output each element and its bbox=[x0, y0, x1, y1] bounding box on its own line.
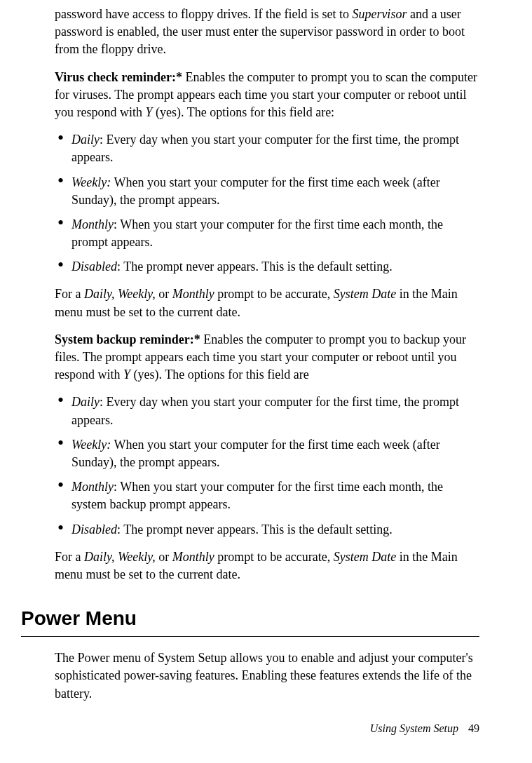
separator: : bbox=[117, 522, 123, 536]
virus-check-paragraph: Virus check reminder:* Enables the compu… bbox=[55, 69, 479, 122]
text-italic: System Date bbox=[334, 550, 396, 564]
text-italic: Y bbox=[123, 367, 130, 382]
footer-page-number: 49 bbox=[468, 722, 479, 734]
text: (yes). The options for this field are bbox=[130, 367, 309, 382]
list-item: Daily: Every day when you start your com… bbox=[55, 131, 479, 166]
text: prompt to be accurate, bbox=[214, 287, 334, 301]
backup-options-list: Daily: Every day when you start your com… bbox=[55, 393, 479, 538]
option-desc: The prompt never appears. This is the de… bbox=[123, 522, 393, 536]
separator: : bbox=[117, 259, 123, 274]
option-desc: When you start your computer for the fir… bbox=[71, 175, 440, 207]
text: For a bbox=[55, 550, 84, 564]
option-term: Monthly bbox=[71, 217, 114, 231]
text-italic: Y bbox=[146, 105, 153, 119]
option-desc: Every day when you start your computer f… bbox=[71, 395, 459, 426]
option-term: Weekly: bbox=[71, 175, 111, 189]
option-desc: When you start your computer for the fir… bbox=[71, 217, 443, 249]
text: password have access to floppy drives. I… bbox=[55, 7, 352, 21]
list-item: Monthly: When you start your computer fo… bbox=[55, 478, 479, 513]
text-italic: Monthly bbox=[172, 287, 214, 301]
power-menu-paragraph: The Power menu of System Setup allows yo… bbox=[55, 649, 479, 703]
option-term: Daily bbox=[71, 133, 100, 147]
option-term: Disabled bbox=[71, 259, 117, 274]
option-term: Daily bbox=[71, 395, 100, 409]
list-item: Daily: Every day when you start your com… bbox=[55, 393, 479, 428]
text: (yes). The options for this field are: bbox=[153, 105, 335, 119]
page-footer: Using System Setup 49 bbox=[370, 721, 479, 736]
text: or bbox=[156, 287, 172, 301]
virus-options-list: Daily: Every day when you start your com… bbox=[55, 131, 479, 276]
separator: : bbox=[114, 217, 120, 231]
section-heading-power-menu: Power Menu bbox=[21, 605, 479, 637]
list-item: Monthly: When you start your computer fo… bbox=[55, 216, 479, 251]
date-note-paragraph: For a Daily, Weekly, or Monthly prompt t… bbox=[55, 285, 479, 320]
list-item: Disabled: The prompt never appears. This… bbox=[55, 521, 479, 539]
text-italic: Monthly bbox=[172, 550, 214, 564]
backup-paragraph: System backup reminder:* Enables the com… bbox=[55, 331, 479, 384]
text: prompt to be accurate, bbox=[214, 550, 334, 564]
field-label: System backup reminder:* bbox=[55, 332, 200, 346]
text: For a bbox=[55, 287, 84, 301]
intro-paragraph: password have access to floppy drives. I… bbox=[55, 6, 479, 59]
list-item: Weekly: When you start your computer for… bbox=[55, 174, 479, 209]
field-label: Virus check reminder:* bbox=[55, 70, 182, 84]
date-note-paragraph: For a Daily, Weekly, or Monthly prompt t… bbox=[55, 548, 479, 583]
footer-title: Using System Setup bbox=[370, 722, 458, 734]
list-item: Weekly: When you start your computer for… bbox=[55, 436, 479, 471]
list-item: Disabled: The prompt never appears. This… bbox=[55, 258, 479, 276]
option-desc: The prompt never appears. This is the de… bbox=[123, 259, 393, 274]
text: or bbox=[156, 550, 172, 564]
separator: : bbox=[114, 480, 120, 494]
text-italic: System Date bbox=[334, 287, 396, 301]
option-term: Monthly bbox=[71, 480, 114, 494]
separator: : bbox=[100, 133, 107, 147]
option-desc: When you start your computer for the fir… bbox=[71, 438, 440, 469]
option-desc: Every day when you start your computer f… bbox=[71, 133, 459, 164]
option-desc: When you start your computer for the fir… bbox=[71, 480, 443, 511]
option-term: Weekly: bbox=[71, 438, 111, 452]
text-italic: Daily, Weekly, bbox=[84, 287, 156, 301]
option-term: Disabled bbox=[71, 522, 117, 536]
text-italic: Supervisor bbox=[352, 7, 407, 21]
separator: : bbox=[100, 395, 107, 409]
text-italic: Daily, Weekly, bbox=[84, 550, 156, 564]
